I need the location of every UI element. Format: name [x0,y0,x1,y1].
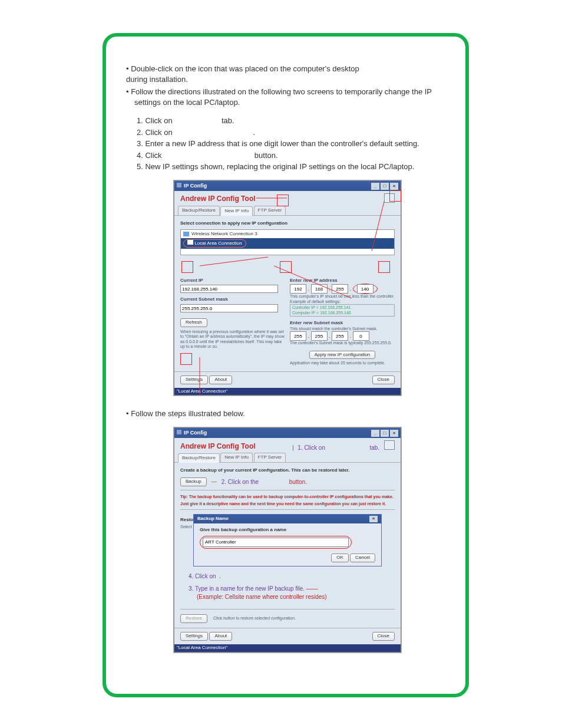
ip-octet[interactable] [332,284,348,294]
about-button[interactable]: About [209,375,232,384]
new-ip-label: Enter new IP address [290,278,395,284]
callout-marker [280,261,292,273]
text: This computer's IP should be one less th… [290,294,395,299]
new-mask-input[interactable]: . . . [290,331,395,341]
restore-hint: Click button to restore selected configu… [213,616,296,621]
screenshot-1: IP Config _□× Andrew IP Config Tool Back… [174,180,400,396]
refresh-hint: When restoring a previous configuration … [180,330,285,350]
create-backup-label: Create a backup of your current IP confi… [180,467,395,474]
ip-octet[interactable] [353,331,369,341]
ip-octet[interactable] [332,331,348,341]
text: icon that was placed on the computer's d… [198,64,359,73]
close-icon[interactable]: × [390,183,398,190]
text: 2. Click on the [222,479,260,485]
ok-button[interactable]: OK [331,554,349,562]
callout-text: 4. Click on . [189,572,386,581]
text: 4. Click [137,151,164,160]
ipconfig-window-1: IP Config _□× Andrew IP Config Tool Back… [174,180,401,396]
close-icon[interactable]: × [390,430,398,437]
text: tab. [370,444,380,451]
tip-text: Tip: The backup functionality can be use… [180,495,394,506]
logo-icon [384,440,395,450]
mid-bullets: Follow the steps illustrated below. [121,409,452,419]
step-5: 5. New IP settings shown, replacing the … [137,162,452,172]
current-ip-field [180,285,278,293]
text: 4. Click on [189,573,217,579]
close-icon[interactable]: × [369,516,378,522]
text: during installation. [126,74,188,85]
maximize-icon[interactable]: □ [381,430,389,437]
backup-name-input[interactable] [203,538,349,547]
minimize-icon[interactable]: _ [371,430,379,437]
status-bar: "Local Area Connection" [174,644,401,652]
callout-text: (Example: Cellsite name where controller… [197,593,386,601]
text: button. [289,479,308,485]
tab-new-ip-info[interactable]: New IP Info [220,453,253,462]
dialog-title: Backup Name [197,516,229,522]
status-bar: "Local Area Connection" [174,388,401,396]
ip-octet[interactable] [290,331,306,341]
dialog-prompt: Give this backup configuration a name [200,527,375,533]
text: 3. Type in a name for the new IP backup … [189,585,305,592]
window-controls[interactable]: _□× [370,429,398,437]
intro-bullet-2: Follow the directions illustrated on the… [126,87,452,107]
about-button[interactable]: About [209,632,232,641]
tab-backup-restore[interactable]: Backup/Restore [178,206,220,215]
callout-marker [181,261,193,273]
tab-new-ip-info[interactable]: New IP Info [220,206,253,216]
text: button. [254,151,278,160]
text: . [253,128,256,137]
network-icon [183,232,189,236]
tabs: Backup/Restore New IP Info FTP Server [174,453,401,463]
intro-bullet-1: Double-click on the icon that was placed… [126,64,452,84]
text: The controller's Subnet mask is typicall… [290,341,395,345]
ip-octet[interactable] [311,284,328,294]
cancel-button[interactable]: Cancel [350,554,375,562]
window-titlebar[interactable]: IP Config _□× [174,428,401,438]
window-title: IP Config [184,183,207,189]
ip-octet[interactable] [311,331,328,341]
settings-button[interactable]: Settings [180,375,208,384]
apply-ip-button[interactable]: Apply new IP configuration [309,351,376,360]
text: Application may take about 20 seconds to… [290,361,395,365]
list-item-selected[interactable]: Local Area Connection [181,238,394,249]
maximize-icon[interactable]: □ [381,183,389,190]
screenshot-2: IP Config _□× Andrew IP Config Tool 1. C… [174,427,400,653]
tab-ftp-server[interactable]: FTP Server [254,453,286,462]
connection-list[interactable]: Wireless Network Connection 3 Local Area… [180,229,395,255]
backup-button[interactable]: Backup [180,477,207,486]
settings-button[interactable]: Settings [180,632,208,641]
tabs: Backup/Restore New IP Info FTP Server [174,206,401,216]
app-title: Andrew IP Config Tool [180,442,256,451]
ip-octet[interactable] [357,284,373,294]
ip-octet[interactable] [290,284,306,294]
callout-text: 2. Click on the button. [222,478,308,486]
window-titlebar[interactable]: IP Config _□× [174,181,401,191]
refresh-button[interactable]: Refresh [180,318,207,327]
step-3: 3. Enter a new IP address that is one di… [137,139,452,149]
select-connection-label: Select connection to apply new IP config… [180,220,395,227]
callout-text: 3. Type in a name for the new IP backup … [189,585,386,593]
new-ip-input[interactable]: . . . [290,284,395,294]
callout-marker [389,190,401,202]
text: Double-click on the [131,64,198,73]
text: Controller IP = 192.168.255.141 [292,305,392,310]
text: This should match the controller's Subne… [290,327,395,331]
text: Computer IP = 192.168.255.140 [292,311,392,315]
tab-ftp-server[interactable]: FTP Server [254,206,286,215]
tab-backup-restore[interactable]: Backup/Restore [178,453,220,463]
text: tab. [222,116,234,125]
page-content: Double-click on the icon that was placed… [121,61,452,666]
minimize-icon[interactable]: _ [371,183,379,190]
mid-bullet: Follow the steps illustrated below. [126,409,452,419]
text: Local Area Connection [194,241,242,246]
intro-bullets: Double-click on the icon that was placed… [121,64,452,107]
window-controls[interactable]: _□× [370,182,398,190]
list-item[interactable]: Wireless Network Connection 3 [181,230,394,239]
close-button[interactable]: Close [372,632,395,641]
text: 2. Click on [137,128,174,137]
dialog-titlebar[interactable]: Backup Name × [194,515,381,523]
backup-name-dialog: Backup Name × Give this backup configura… [193,514,382,566]
close-button[interactable]: Close [372,375,395,384]
restore-button[interactable]: Restore [180,614,207,623]
